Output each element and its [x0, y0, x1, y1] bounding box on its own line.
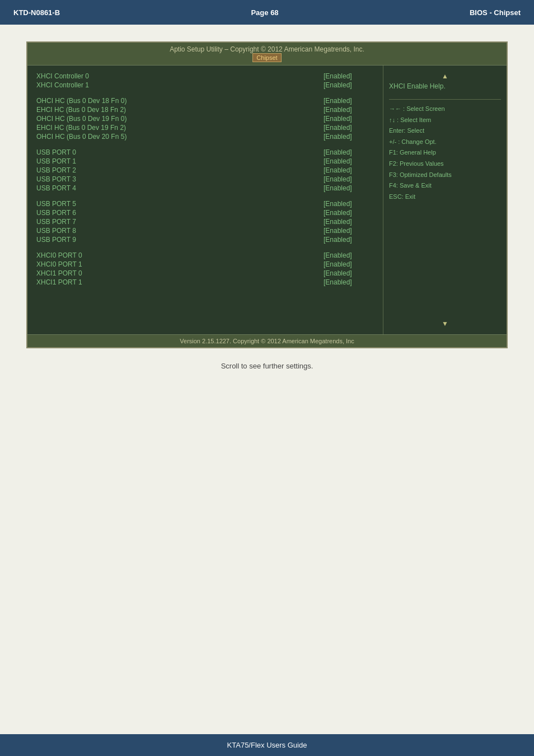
- setting-name: XHCI1 PORT 0: [36, 269, 324, 277]
- help-divider: [389, 99, 501, 100]
- table-row[interactable]: OHCI HC (Bus 0 Dev 20 Fn 5)[Enabled]: [36, 133, 374, 141]
- setting-name: XHCI0 PORT 1: [36, 260, 324, 268]
- setting-name: USB PORT 8: [36, 227, 324, 235]
- setting-value: [Enabled]: [324, 148, 374, 156]
- scroll-arrow-down: ▼: [389, 320, 501, 328]
- table-row[interactable]: USB PORT 9[Enabled]: [36, 236, 374, 244]
- setting-name: USB PORT 6: [36, 209, 324, 217]
- bios-help-panel: ▲ XHCI Enable Help. →← : Select Screen↑↓…: [383, 66, 507, 334]
- table-row[interactable]: USB PORT 4[Enabled]: [36, 184, 374, 192]
- table-row[interactable]: USB PORT 5[Enabled]: [36, 200, 374, 208]
- scroll-note-text: Scroll to see further settings.: [221, 362, 313, 370]
- page-footer-text: KTA75/Flex Users Guide: [227, 741, 307, 749]
- setting-name: XHCI Controller 1: [36, 81, 324, 89]
- table-row[interactable]: XHCI0 PORT 1[Enabled]: [36, 260, 374, 268]
- bios-footer: Version 2.15.1227. Copyright © 2012 Amer…: [27, 334, 507, 347]
- key-help: →← : Select Screen↑↓ : Select ItemEnter:…: [389, 104, 501, 203]
- setting-name: USB PORT 7: [36, 218, 324, 226]
- key-help-enter_select: Enter: Select: [389, 126, 501, 136]
- setting-value: [Enabled]: [324, 278, 374, 286]
- key-help-f3_defaults: F3: Optimized Defaults: [389, 170, 501, 180]
- bios-body: XHCI Controller 0[Enabled]XHCI Controlle…: [27, 66, 507, 334]
- header-left: KTD-N0861-B: [13, 8, 60, 17]
- setting-value: [Enabled]: [324, 106, 374, 114]
- table-row[interactable]: EHCI HC (Bus 0 Dev 19 Fn 2)[Enabled]: [36, 124, 374, 132]
- header-center: Page 68: [251, 8, 278, 17]
- setting-name: OHCI HC (Bus 0 Dev 20 Fn 5): [36, 133, 324, 141]
- table-row[interactable]: USB PORT 0[Enabled]: [36, 148, 374, 156]
- table-row[interactable]: XHCI0 PORT 0[Enabled]: [36, 251, 374, 259]
- setting-value: [Enabled]: [324, 166, 374, 174]
- key-help-select_item: ↑↓ : Select Item: [389, 115, 501, 125]
- setting-name: XHCI0 PORT 0: [36, 251, 324, 259]
- scroll-note: Scroll to see further settings.: [22, 362, 512, 370]
- key-help-esc_exit: ESC: Exit: [389, 192, 501, 202]
- table-row[interactable]: XHCI1 PORT 0[Enabled]: [36, 269, 374, 277]
- page-header: KTD-N0861-B Page 68 BIOS - Chipset: [0, 0, 534, 25]
- setting-name: XHCI1 PORT 1: [36, 278, 324, 286]
- setting-name: USB PORT 9: [36, 236, 324, 244]
- setting-value: [Enabled]: [324, 200, 374, 208]
- table-row[interactable]: OHCI HC (Bus 0 Dev 18 Fn 0)[Enabled]: [36, 97, 374, 105]
- setting-spacer: [36, 245, 374, 250]
- table-row[interactable]: EHCI HC (Bus 0 Dev 18 Fn 2)[Enabled]: [36, 106, 374, 114]
- setting-name: EHCI HC (Bus 0 Dev 18 Fn 2): [36, 106, 324, 114]
- chipset-label: Chipset: [252, 53, 281, 62]
- setting-name: USB PORT 0: [36, 148, 324, 156]
- setting-value: [Enabled]: [324, 72, 374, 80]
- key-help-f2_prev: F2: Previous Values: [389, 159, 501, 169]
- setting-value: [Enabled]: [324, 97, 374, 105]
- key-help-select_screen: →← : Select Screen: [389, 104, 501, 114]
- table-row[interactable]: USB PORT 6[Enabled]: [36, 209, 374, 217]
- bios-titlebar: Aptio Setup Utility – Copyright © 2012 A…: [27, 43, 507, 66]
- setting-value: [Enabled]: [324, 124, 374, 132]
- setting-name: OHCI HC (Bus 0 Dev 18 Fn 0): [36, 97, 324, 105]
- table-row[interactable]: USB PORT 7[Enabled]: [36, 218, 374, 226]
- setting-value: [Enabled]: [324, 81, 374, 89]
- page-footer: KTA75/Flex Users Guide: [0, 734, 534, 756]
- setting-spacer: [36, 90, 374, 96]
- setting-name: XHCI Controller 0: [36, 72, 324, 80]
- table-row[interactable]: XHCI Controller 0[Enabled]: [36, 72, 374, 80]
- setting-name: EHCI HC (Bus 0 Dev 19 Fn 2): [36, 124, 324, 132]
- key-help-f4_save: F4: Save & Exit: [389, 181, 501, 191]
- setting-name: USB PORT 1: [36, 157, 324, 165]
- main-content: Aptio Setup Utility – Copyright © 2012 A…: [0, 25, 534, 387]
- table-row[interactable]: USB PORT 8[Enabled]: [36, 227, 374, 235]
- setting-value: [Enabled]: [324, 260, 374, 268]
- setting-name: USB PORT 2: [36, 166, 324, 174]
- key-help-f1_help: F1: General Help: [389, 148, 501, 158]
- setting-value: [Enabled]: [324, 269, 374, 277]
- setting-spacer: [36, 193, 374, 199]
- setting-value: [Enabled]: [324, 209, 374, 217]
- setting-value: [Enabled]: [324, 184, 374, 192]
- setting-spacer: [36, 142, 374, 147]
- setting-value: [Enabled]: [324, 157, 374, 165]
- header-right: BIOS - Chipset: [470, 8, 521, 17]
- setting-value: [Enabled]: [324, 251, 374, 259]
- help-title: XHCI Enable Help.: [389, 82, 501, 90]
- bios-panel: Aptio Setup Utility – Copyright © 2012 A…: [26, 41, 508, 348]
- setting-value: [Enabled]: [324, 218, 374, 226]
- table-row[interactable]: USB PORT 2[Enabled]: [36, 166, 374, 174]
- setting-value: [Enabled]: [324, 175, 374, 183]
- setting-value: [Enabled]: [324, 236, 374, 244]
- bios-settings-panel: XHCI Controller 0[Enabled]XHCI Controlle…: [27, 66, 383, 334]
- table-row[interactable]: OHCI HC (Bus 0 Dev 19 Fn 0)[Enabled]: [36, 115, 374, 123]
- setting-name: OHCI HC (Bus 0 Dev 19 Fn 0): [36, 115, 324, 123]
- table-row[interactable]: USB PORT 3[Enabled]: [36, 175, 374, 183]
- bios-footer-text: Version 2.15.1227. Copyright © 2012 Amer…: [180, 338, 354, 344]
- setting-value: [Enabled]: [324, 115, 374, 123]
- scroll-arrow-up: ▲: [389, 72, 501, 80]
- setting-value: [Enabled]: [324, 227, 374, 235]
- setting-name: USB PORT 5: [36, 200, 324, 208]
- table-row[interactable]: USB PORT 1[Enabled]: [36, 157, 374, 165]
- table-row[interactable]: XHCI Controller 1[Enabled]: [36, 81, 374, 89]
- setting-value: [Enabled]: [324, 133, 374, 141]
- setting-name: USB PORT 4: [36, 184, 324, 192]
- bios-title-text: Aptio Setup Utility – Copyright © 2012 A…: [170, 45, 364, 53]
- table-row[interactable]: XHCI1 PORT 1[Enabled]: [36, 278, 374, 286]
- key-help-change_opt: +/- : Change Opt.: [389, 137, 501, 147]
- setting-name: USB PORT 3: [36, 175, 324, 183]
